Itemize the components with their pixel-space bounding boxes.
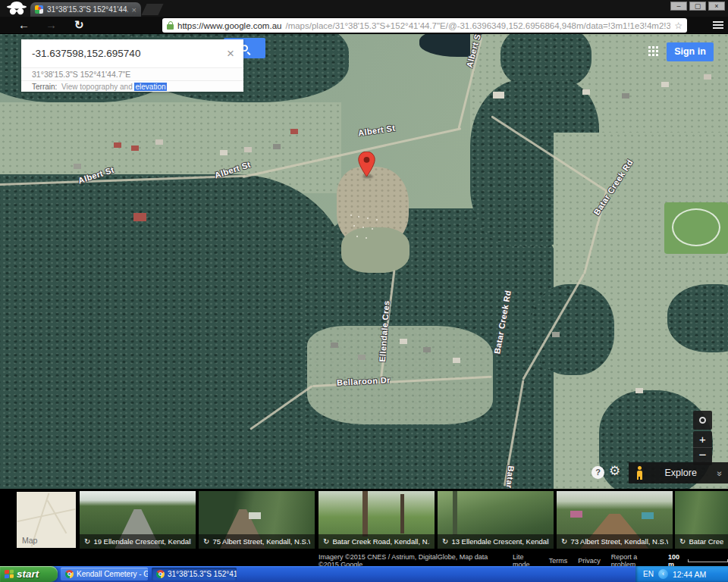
browser-tab[interactable]: 31°38'15.3"S 152°41'44.7"E × bbox=[30, 2, 141, 17]
street-view-icon: ↻ bbox=[679, 538, 686, 546]
my-location-button[interactable] bbox=[693, 411, 712, 430]
windows-taskbar: start Kendall Cemetery - G... 31°38'15.3… bbox=[0, 566, 728, 582]
chrome-icon bbox=[65, 570, 74, 578]
map-thumb-label: Map bbox=[22, 536, 37, 545]
close-button[interactable]: × bbox=[708, 2, 725, 11]
tab-close-icon[interactable]: × bbox=[132, 6, 136, 14]
minimize-button[interactable]: – bbox=[670, 2, 687, 11]
start-button[interactable]: start bbox=[0, 566, 58, 582]
streetview-thumbnail[interactable]: ↻Batar Creek Ro bbox=[675, 491, 728, 549]
new-tab-button[interactable] bbox=[142, 4, 164, 15]
target-icon bbox=[699, 417, 706, 424]
map-pin-icon[interactable] bbox=[358, 152, 375, 177]
padlock-icon bbox=[167, 21, 174, 30]
start-label: start bbox=[17, 568, 39, 580]
house-roof bbox=[114, 142, 121, 148]
street-view-icon: ↻ bbox=[84, 538, 90, 546]
street-view-icon: ↻ bbox=[323, 538, 329, 546]
google-apps-grid-icon[interactable] bbox=[648, 46, 651, 48]
tree-clump bbox=[531, 284, 614, 375]
terrain-text: View topography and bbox=[57, 83, 134, 91]
house-roof bbox=[220, 150, 228, 155]
language-indicator[interactable]: EN bbox=[643, 570, 654, 578]
scale-bar bbox=[688, 559, 728, 562]
forward-icon[interactable]: → bbox=[46, 18, 57, 31]
clearing-patch bbox=[341, 227, 410, 273]
photo-label: Batar Creek Road, Kendall, N.S.W. bbox=[332, 537, 430, 546]
house-roof bbox=[622, 93, 629, 99]
house-roof bbox=[244, 147, 252, 152]
back-icon[interactable]: ← bbox=[18, 18, 30, 31]
refresh-icon[interactable]: ↻ bbox=[74, 18, 84, 32]
house-roof bbox=[661, 82, 669, 87]
map-view-thumbnail[interactable]: Map bbox=[17, 492, 76, 548]
streetview-thumbnail[interactable]: ↻13 Ellendale Crescent, Kendall, ... bbox=[438, 491, 554, 549]
streetview-thumbnail[interactable]: ↻Batar Creek Road, Kendall, N.S.W. bbox=[318, 491, 435, 549]
streetview-thumbnail[interactable]: ↻19 Ellendale Crescent, Kendall, ... bbox=[80, 491, 196, 549]
chevron-down-icon[interactable]: » bbox=[715, 471, 726, 475]
house-roof bbox=[331, 343, 338, 348]
photo-carousel: Map ↻19 Ellendale Crescent, Kendall, ...… bbox=[0, 489, 728, 555]
road-label: Albert St bbox=[357, 124, 396, 138]
sign-in-button[interactable]: Sign in bbox=[667, 42, 714, 61]
house-roof bbox=[453, 358, 460, 363]
search-suggestion-coordinates[interactable]: 31°38'15.3"S 152°41'44.7"E bbox=[21, 67, 243, 80]
maximize-button[interactable]: ▢ bbox=[689, 2, 706, 11]
house-roof bbox=[131, 146, 139, 151]
terrain-label: Terrain: bbox=[32, 83, 57, 91]
tray-language-icon[interactable]: ‹ bbox=[658, 569, 668, 579]
google-maps-favicon-icon bbox=[35, 5, 43, 14]
house-roof bbox=[582, 89, 590, 95]
chrome-icon bbox=[156, 570, 165, 578]
sports-oval bbox=[672, 208, 720, 246]
forest-patch bbox=[0, 174, 349, 489]
taskbar-item-kendall-cemetery[interactable]: Kendall Cemetery - G... bbox=[61, 568, 148, 580]
clock: 12:44 AM bbox=[673, 570, 706, 579]
privacy-link[interactable]: Privacy bbox=[578, 557, 601, 565]
house-roof bbox=[493, 92, 504, 99]
tab-title: 31°38'15.3"S 152°41'44.7"E bbox=[47, 5, 128, 14]
menu-icon[interactable] bbox=[713, 20, 723, 30]
map-canvas[interactable]: Albert St Albert St Albert St Albert St … bbox=[0, 34, 728, 489]
photo-label: 75 Albert Street, Kendall, N.S.W. bbox=[212, 537, 310, 546]
browser-toolbar: ← → ↻ https://www.google.com.au /maps/pl… bbox=[0, 17, 728, 34]
search-suggestion-terrain[interactable]: Terrain: View topography and elevation bbox=[21, 80, 243, 92]
terrain-highlight: elevation bbox=[134, 83, 166, 91]
url-path: /maps/place/31°38'15.3"S+152°41'44.7"E/@… bbox=[285, 21, 670, 30]
house-roof bbox=[155, 139, 163, 145]
house-roof bbox=[552, 332, 560, 337]
street-view-icon: ↻ bbox=[203, 538, 209, 546]
house-roof bbox=[423, 347, 431, 352]
photo-label: 19 Ellendale Crescent, Kendall, ... bbox=[93, 537, 191, 546]
house-roof bbox=[133, 213, 146, 221]
zoom-in-button[interactable]: + bbox=[693, 431, 712, 448]
taskbar-item-coordinates[interactable]: 31°38'15.3"S 152°41'... bbox=[152, 568, 237, 580]
house-roof bbox=[400, 339, 407, 344]
house-roof bbox=[704, 74, 711, 80]
terms-link[interactable]: Terms bbox=[549, 557, 568, 565]
explore-label: Explore bbox=[643, 468, 718, 478]
clear-search-icon[interactable]: × bbox=[225, 46, 236, 61]
url-domain: https://www.google.com.au bbox=[177, 21, 281, 30]
photo-label: Batar Creek Ro bbox=[689, 537, 723, 546]
bookmark-star-icon[interactable]: ☆ bbox=[674, 20, 682, 31]
task-title: 31°38'15.3"S 152°41'... bbox=[168, 570, 237, 578]
system-tray: EN ‹ 12:44 AM bbox=[635, 566, 728, 582]
house-roof bbox=[273, 144, 281, 149]
address-bar[interactable]: https://www.google.com.au /maps/place/31… bbox=[162, 18, 687, 33]
pegman-icon[interactable] bbox=[635, 466, 643, 480]
window-controls: – ▢ × bbox=[670, 2, 725, 11]
house-roof bbox=[635, 388, 643, 393]
task-title: Kendall Cemetery - G... bbox=[77, 570, 148, 578]
help-button[interactable]: ? bbox=[592, 466, 604, 479]
screen: 31°38'15.3"S 152°41'44.7"E × – ▢ × ← → ↻… bbox=[0, 0, 728, 582]
explore-bar[interactable]: Explore » bbox=[629, 462, 728, 483]
search-input[interactable] bbox=[32, 48, 225, 59]
gear-icon[interactable]: ⚙ bbox=[609, 463, 620, 479]
house-roof bbox=[290, 129, 298, 134]
streetview-thumbnail[interactable]: ↻73 Albert Street, Kendall, N.S.W. bbox=[557, 491, 673, 549]
streetview-thumbnail[interactable]: ↻75 Albert Street, Kendall, N.S.W. bbox=[199, 491, 315, 549]
windows-logo-icon bbox=[5, 570, 14, 579]
incognito-icon bbox=[5, 1, 28, 16]
street-view-icon: ↻ bbox=[442, 538, 448, 546]
